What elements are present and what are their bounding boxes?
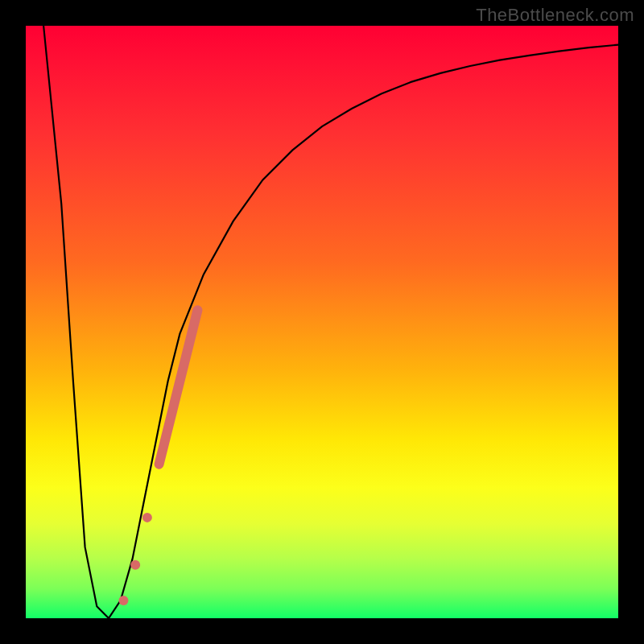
highlight-dot-1 <box>142 513 152 522</box>
bottleneck-curve-path <box>43 26 618 618</box>
highlight-dot-3 <box>118 596 128 605</box>
plot-area <box>26 26 618 618</box>
chart-frame: TheBottleneck.com <box>0 0 644 644</box>
watermark-text: TheBottleneck.com <box>476 5 634 26</box>
highlight-segment <box>159 310 198 464</box>
chart-svg <box>26 26 618 618</box>
highlight-dot-2 <box>130 560 140 570</box>
